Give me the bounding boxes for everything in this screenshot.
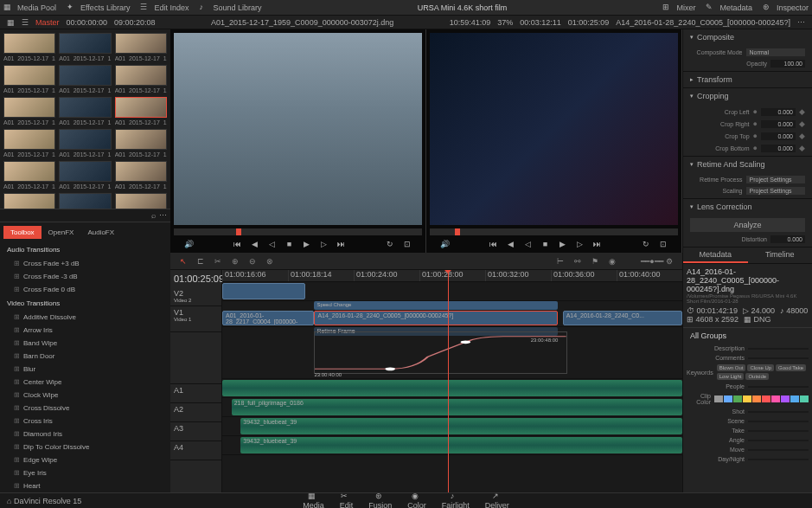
view-grid-icon[interactable]: ▦	[7, 18, 15, 27]
jump-end-icon[interactable]: ⏭	[591, 238, 604, 250]
keyword-tag[interactable]: Close Up	[747, 364, 774, 371]
fx-item[interactable]: Additive Dissolve	[0, 311, 170, 324]
color-swatch[interactable]	[771, 395, 780, 402]
timeline-options-icon[interactable]: ⚙	[663, 255, 675, 267]
fx-tab-audiofx[interactable]: AudioFX	[80, 226, 121, 239]
clip-a4[interactable]: 39432_bluebeat_39	[240, 437, 682, 453]
match-frame-icon[interactable]: ⊡	[401, 238, 413, 250]
next-frame-icon[interactable]: ▷	[574, 238, 586, 250]
color-swatch[interactable]	[762, 395, 770, 402]
thumb-clip[interactable]: A01_2015-12-17_1	[115, 161, 167, 190]
color-swatch[interactable]	[790, 395, 799, 402]
thumb-clip[interactable]: A01_2015-12-17_1	[115, 33, 167, 61]
master-label[interactable]: Master	[35, 18, 60, 27]
thumb-clip[interactable]: A01_2015-12-17_1	[115, 129, 167, 158]
color-swatch[interactable]	[724, 395, 732, 402]
clip-a3[interactable]: 39432_bluebeat_39	[240, 418, 682, 434]
nav-page-fairlight[interactable]: ♪Fairlight	[442, 492, 470, 508]
keyword-tag[interactable]: Good Take	[776, 364, 806, 371]
clip-a1[interactable]	[222, 380, 682, 396]
keyword-tag[interactable]: Blown Out	[717, 364, 746, 371]
fx-item[interactable]: Clock Wipe	[0, 389, 170, 402]
stop-icon[interactable]: ■	[284, 238, 296, 250]
track-head-v1[interactable]: V1Video 1	[170, 306, 221, 332]
meta-field-value[interactable]	[748, 357, 809, 359]
loop-icon[interactable]: ↻	[384, 238, 396, 250]
fx-item[interactable]: Arrow Iris	[0, 324, 170, 337]
retime-curve[interactable]	[314, 331, 567, 374]
play-reverse-icon[interactable]: ◁	[266, 238, 278, 250]
blade-tool-icon[interactable]: ✂	[212, 255, 224, 267]
timeline-ruler[interactable]: 01:00:16:0601:00:18:1401:00:24:0001:00:2…	[222, 270, 682, 282]
link-icon[interactable]: ⚯	[572, 255, 584, 267]
next-frame-icon[interactable]: ▷	[318, 238, 330, 250]
flag-icon[interactable]: ⚑	[589, 255, 601, 267]
color-swatch[interactable]	[714, 395, 723, 402]
trim-tool-icon[interactable]: ⊏	[195, 255, 207, 267]
snap-icon[interactable]: ⊢	[554, 255, 566, 267]
crop-value[interactable]: 0.000	[761, 145, 796, 152]
meta-field-value[interactable]	[748, 421, 809, 422]
timeline-scrubber[interactable]	[430, 228, 678, 235]
inspector-tab[interactable]: ⊛Inspector	[763, 3, 809, 13]
timeline-canvas[interactable]	[430, 33, 678, 225]
nav-page-media[interactable]: ▦Media	[303, 492, 324, 508]
fx-item[interactable]: Cross Fade 0 dB	[0, 283, 170, 296]
thumb-clip[interactable]: A01_2015-12-17_1	[3, 129, 55, 158]
media-pool-tab[interactable]: ▦Media Pool	[3, 3, 56, 13]
thumb-clip[interactable]: A01_2015-12-17_1	[3, 65, 55, 93]
fx-item[interactable]: Blur	[0, 363, 170, 376]
clip-v1-2[interactable]: A14_2016-01-28_2240_C0005_[000000-000245…	[314, 311, 558, 325]
thumb-clip[interactable]: A01_2015-12-17_1	[3, 193, 55, 209]
meta-field-value[interactable]	[748, 411, 809, 413]
thumb-clip[interactable]: A01_2015-12-17_1	[59, 33, 111, 61]
nav-page-fusion[interactable]: ⊛Fusion	[368, 492, 392, 508]
panel-options-icon[interactable]: ⋯	[159, 211, 167, 220]
overwrite-icon[interactable]: ⊖	[246, 255, 259, 267]
thumb-clip[interactable]: A01_2015-12-17_1	[3, 161, 55, 190]
color-swatch[interactable]	[733, 395, 742, 402]
track-head-retime[interactable]	[170, 332, 221, 384]
metadata-subtab[interactable]: Metadata	[683, 248, 748, 263]
fx-item[interactable]: Barn Door	[0, 350, 170, 363]
track-head-a2[interactable]: A2	[170, 403, 221, 422]
nav-page-edit[interactable]: ✂Edit	[340, 492, 354, 508]
fx-item[interactable]: Center Wipe	[0, 376, 170, 389]
distortion-value[interactable]: 0.000	[770, 235, 805, 243]
fx-tab-openfx[interactable]: OpenFX	[42, 226, 81, 239]
retime-header[interactable]: Retime And Scaling	[683, 157, 812, 172]
play-icon[interactable]: ▶	[557, 238, 569, 250]
color-swatch[interactable]	[781, 395, 790, 402]
insert-icon[interactable]: ⊕	[229, 255, 241, 267]
thumb-clip[interactable]: A01_2015-12-17_1	[115, 65, 167, 93]
options-icon[interactable]: ⋯	[797, 18, 805, 27]
fx-item[interactable]: Eye Iris	[0, 466, 170, 479]
track-head-a3[interactable]: A3	[170, 422, 221, 441]
prev-frame-icon[interactable]: ◀	[505, 238, 517, 250]
replace-icon[interactable]: ⊗	[264, 255, 276, 267]
thumb-clip[interactable]: A01_2015-12-17_1	[59, 129, 111, 158]
fx-item[interactable]: Edge Wipe	[0, 453, 170, 466]
color-swatch[interactable]	[743, 395, 751, 402]
jump-start-icon[interactable]: ⏮	[232, 238, 244, 250]
edit-index-tab[interactable]: ☰Edit Index	[140, 3, 189, 13]
arrow-tool-icon[interactable]: ↖	[177, 255, 189, 267]
meta-field-value[interactable]	[748, 459, 809, 460]
opacity-value[interactable]: 100.00	[770, 60, 805, 68]
thumb-clip[interactable]: A01_2015-12-17_1	[3, 33, 55, 61]
search-icon[interactable]: ⌕	[151, 211, 156, 220]
fx-item[interactable]: Diamond Iris	[0, 428, 170, 440]
playhead[interactable]	[448, 270, 449, 492]
composite-mode-select[interactable]: Normal	[746, 48, 806, 56]
keyword-tag[interactable]: Low Light	[717, 373, 745, 380]
crop-value[interactable]: 0.000	[761, 108, 796, 116]
source-scrubber[interactable]	[174, 228, 422, 235]
jump-end-icon[interactable]: ⏭	[336, 238, 348, 250]
timeline-tracks[interactable]: 01:00:16:0601:00:18:1401:00:24:0001:00:2…	[222, 270, 682, 492]
fx-tab-toolbox[interactable]: Toolbox	[3, 226, 42, 239]
thumb-clip[interactable]: A01_2015-12-17_1	[59, 65, 111, 93]
fx-item[interactable]: Band Wipe	[0, 337, 170, 350]
thumb-clip[interactable]: A01_2015-12-17_1	[59, 97, 111, 125]
marker-icon[interactable]: ◉	[606, 255, 618, 267]
effects-library-tab[interactable]: ✦Effects Library	[67, 3, 130, 13]
